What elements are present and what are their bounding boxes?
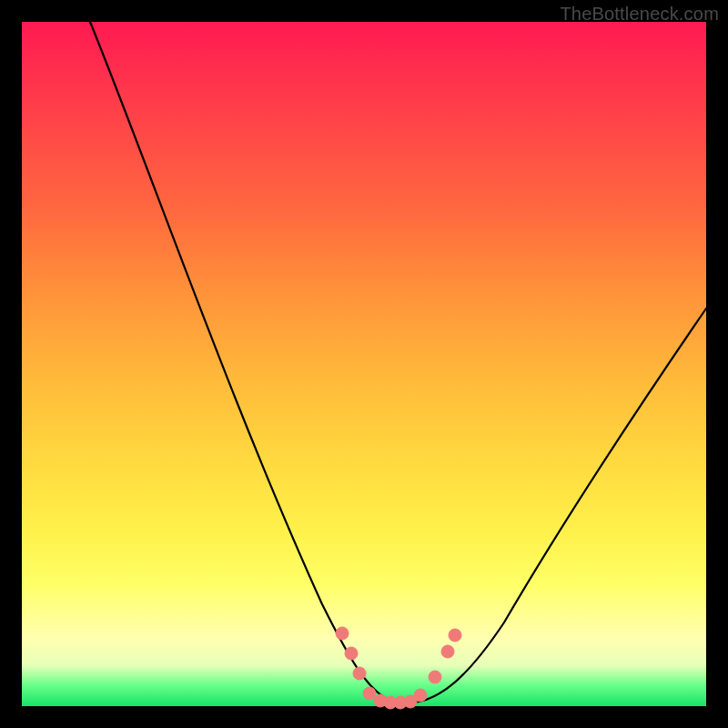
svg-point-11 [449, 629, 461, 642]
svg-point-1 [345, 647, 358, 660]
watermark-text: TheBottleneck.com [560, 4, 719, 25]
svg-point-9 [429, 671, 441, 683]
trough-markers [336, 627, 461, 709]
svg-point-8 [414, 689, 427, 702]
bottleneck-curve [90, 22, 706, 703]
plot-area [22, 22, 706, 706]
chart-frame: TheBottleneck.com [0, 0, 728, 728]
svg-point-10 [441, 645, 454, 658]
curve-layer [22, 22, 706, 706]
svg-point-0 [336, 627, 349, 640]
svg-point-3 [363, 687, 376, 700]
svg-point-2 [353, 667, 366, 680]
